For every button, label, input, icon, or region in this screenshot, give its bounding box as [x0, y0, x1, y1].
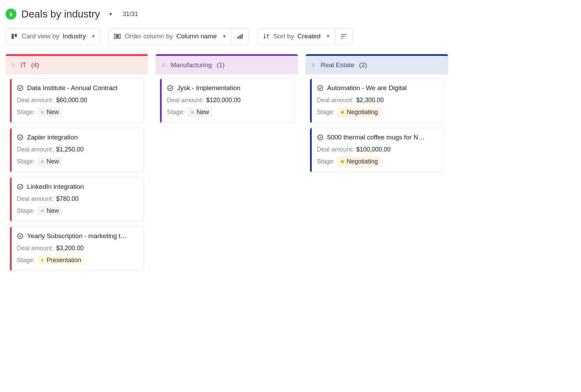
chevron-down-icon: ▼	[91, 34, 95, 39]
order-group: Order column by Column name ▼	[109, 28, 249, 45]
card-title-row: Jysk - Implementation	[167, 84, 288, 92]
bar-chart-icon	[236, 33, 244, 40]
svg-point-36	[318, 135, 323, 140]
stage-field: Stage: Presentation	[17, 255, 138, 265]
deal-card[interactable]: 5000 thermal coffee mugs for N…Deal amou…	[310, 128, 444, 172]
sort-desc-icon	[340, 33, 348, 40]
deal-amount-value: $1,250.00	[56, 146, 84, 153]
svg-rect-3	[114, 34, 116, 39]
card-title-row: Data Institute - Annual Contract	[17, 84, 138, 92]
card-title: Data Institute - Annual Contract	[27, 84, 118, 92]
stage-value: New	[197, 109, 209, 116]
svg-point-30	[314, 63, 314, 64]
title-dropdown-caret[interactable]: ▼	[108, 11, 113, 17]
sort-icon	[262, 33, 270, 40]
svg-point-18	[18, 86, 23, 91]
check-circle-icon	[17, 134, 24, 141]
stage-dot-icon	[341, 111, 344, 114]
check-circle-icon	[317, 85, 324, 91]
column-header[interactable]: Real Estate(2)	[306, 54, 448, 74]
toolbar: Card view by Industry ▼ Order column by …	[5, 28, 576, 45]
board-icon	[11, 33, 18, 40]
chevron-down-icon: ▼	[326, 34, 330, 39]
kanban-board: IT(4)Data Institute - Annual ContractDea…	[5, 54, 576, 275]
deal-amount-value: $3,200.00	[56, 245, 84, 252]
stage-pill: New	[187, 107, 212, 117]
svg-point-23	[164, 63, 164, 64]
svg-point-16	[12, 66, 13, 66]
deal-amount-value: $780.00	[56, 195, 78, 203]
deal-amount-field: Deal amount: $100,000.00	[317, 146, 438, 153]
check-circle-icon	[167, 85, 174, 91]
stage-label: Stage:	[17, 257, 35, 264]
record-count: 31/31	[123, 11, 138, 18]
card-view-selector[interactable]: Card view by Industry ▼	[5, 28, 100, 45]
check-circle-icon	[317, 134, 324, 141]
stage-label: Stage:	[17, 158, 35, 165]
svg-point-20	[18, 184, 23, 189]
stage-dot-icon	[41, 160, 44, 163]
drag-handle-icon[interactable]	[311, 63, 316, 68]
svg-rect-8	[242, 34, 243, 39]
svg-point-35	[318, 86, 323, 91]
deal-card[interactable]: LinkedIn integrationDeal amount: $780.00…	[10, 177, 144, 222]
deal-amount-field: Deal amount: $780.00	[17, 195, 138, 203]
column-title: IT	[21, 61, 26, 69]
column-header[interactable]: IT(4)	[5, 54, 148, 74]
check-circle-icon	[17, 233, 24, 240]
stage-value: Presentation	[47, 257, 81, 264]
sort-selector[interactable]: Sort by Created ▼	[257, 28, 335, 45]
svg-point-27	[164, 66, 164, 66]
dollar-icon: $	[5, 9, 16, 20]
svg-point-26	[162, 66, 163, 66]
sort-label: Sort by	[273, 33, 294, 40]
stage-value: New	[47, 109, 59, 116]
deal-amount-field: Deal amount: $60,000.00	[17, 97, 138, 104]
card-view-value: Industry	[63, 33, 86, 40]
svg-point-15	[14, 65, 14, 65]
stage-dot-icon	[341, 160, 344, 163]
deal-amount-value: $100,000.00	[356, 146, 391, 153]
stage-value: Negotiating	[347, 158, 378, 165]
deal-amount-field: Deal amount: $120,000.00	[167, 97, 288, 104]
deal-card[interactable]: Yearly Subscription - marketing t…Deal a…	[10, 226, 144, 271]
svg-rect-5	[119, 34, 121, 39]
sort-value: Created	[297, 33, 321, 40]
column-header[interactable]: Manufacturing(1)	[156, 54, 298, 74]
svg-point-13	[14, 63, 14, 64]
deal-card[interactable]: Jysk - ImplementationDeal amount: $120,0…	[160, 78, 294, 123]
order-label: Order column by	[125, 33, 173, 40]
column-re: Real Estate(2)Automation - We are Digita…	[306, 54, 448, 176]
stage-dot-icon	[191, 111, 194, 114]
svg-point-34	[314, 66, 314, 66]
svg-text:$: $	[10, 12, 12, 17]
deal-amount-label: Deal amount:	[317, 146, 354, 153]
drag-handle-icon[interactable]	[11, 63, 16, 68]
stage-label: Stage:	[317, 158, 335, 165]
sort-direction-toggle[interactable]	[335, 28, 353, 45]
check-circle-icon	[17, 85, 24, 91]
stage-pill: Presentation	[37, 255, 85, 265]
column-count: (1)	[217, 61, 224, 69]
page-title: Deals by industry	[21, 8, 100, 20]
deal-amount-label: Deal amount:	[17, 146, 53, 153]
card-title-row: Zapier integration	[17, 134, 138, 141]
deal-amount-label: Deal amount:	[17, 195, 53, 203]
deal-card[interactable]: Zapier integrationDeal amount: $1,250.00…	[10, 128, 144, 172]
order-selector[interactable]: Order column by Column name ▼	[109, 28, 232, 45]
column-count: (4)	[31, 61, 39, 69]
stage-label: Stage:	[17, 207, 35, 215]
card-title-row: Automation - We are Digital	[317, 84, 438, 92]
drag-handle-icon[interactable]	[161, 63, 166, 68]
deal-amount-label: Deal amount:	[167, 97, 203, 104]
card-title: Zapier integration	[27, 134, 78, 141]
svg-point-14	[12, 65, 13, 65]
sort-group: Sort by Created ▼	[257, 28, 353, 45]
deal-card[interactable]: Automation - We are DigitalDeal amount: …	[310, 78, 444, 123]
deal-amount-field: Deal amount: $1,250.00	[17, 146, 138, 153]
svg-point-19	[18, 135, 23, 140]
chart-toggle[interactable]	[232, 28, 249, 45]
stage-dot-icon	[41, 111, 44, 114]
deal-card[interactable]: Data Institute - Annual ContractDeal amo…	[10, 78, 144, 123]
svg-rect-1	[12, 34, 14, 39]
